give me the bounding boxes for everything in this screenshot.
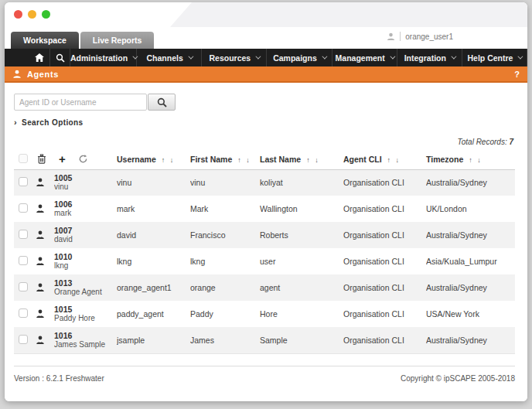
sort-asc-icon[interactable]: ↑ <box>306 156 312 164</box>
chevron-right-icon: › <box>14 118 17 127</box>
cell-username: vinu <box>117 169 190 196</box>
cell-timezone: USA/New York <box>426 301 515 327</box>
cell-agent-cli: Organisation CLI <box>343 274 426 301</box>
nav-menu-item[interactable]: Administration <box>70 49 136 66</box>
nav-menu-item[interactable]: Resources <box>201 49 266 66</box>
column-header[interactable]: First Name↑ ↓ <box>190 149 260 169</box>
cell-timezone: Australia/Sydney <box>426 222 515 248</box>
column-header[interactable]: Agent CLI↑ ↓ <box>343 149 426 169</box>
window-titlebar <box>5 2 527 27</box>
sort-desc-icon[interactable]: ↓ <box>315 156 320 164</box>
cell-last-name: Sample <box>260 327 343 353</box>
agent-display-name: lkng <box>54 261 114 271</box>
agent-id: 1013 <box>54 278 114 288</box>
username-label: orange_user1 <box>405 32 453 41</box>
agent-row[interactable]: 1010 lkng lkng lkng user Organisation CL… <box>14 248 515 274</box>
agent-row[interactable]: 1013 Orange Agent orange_agent1 orange a… <box>14 274 515 301</box>
cell-username: david <box>117 222 190 248</box>
refresh-icon[interactable] <box>78 154 88 164</box>
minimize-window-icon[interactable] <box>28 10 36 19</box>
zoom-window-icon[interactable] <box>42 10 50 19</box>
column-header[interactable]: Username↑ ↓ <box>117 149 190 169</box>
agent-icon[interactable] <box>36 283 51 292</box>
total-records: Total Records: 7 <box>14 138 515 146</box>
agent-icon[interactable] <box>36 309 51 319</box>
search-icon[interactable] <box>49 49 70 66</box>
agent-icon[interactable] <box>36 230 51 240</box>
nav-menu-item[interactable]: Help Centre <box>462 49 527 66</box>
agent-row[interactable]: 1006 mark mark Mark Wallington Organisat… <box>14 196 515 222</box>
column-header[interactable]: Timezone↑ ↓ <box>426 149 515 169</box>
cell-first-name: lkng <box>190 248 260 274</box>
agent-icon[interactable] <box>36 178 51 187</box>
search-options-label: Search Options <box>22 118 84 127</box>
nav-menu-item[interactable]: Integration <box>397 49 462 66</box>
agent-id: 1015 <box>54 305 114 314</box>
chevron-down-icon <box>518 54 523 60</box>
app-tabs: Workspace Live Reports <box>11 32 155 49</box>
agent-id: 1010 <box>54 252 114 261</box>
sort-asc-icon[interactable]: ↑ <box>162 156 167 164</box>
cell-username: lkng <box>117 248 190 274</box>
user-icon <box>387 32 395 41</box>
nav-menu-item[interactable]: Campaigns <box>266 49 331 66</box>
agent-icon[interactable] <box>36 204 51 213</box>
table-bottom-border <box>14 353 515 354</box>
cell-last-name: Wallington <box>260 196 343 222</box>
delete-icon[interactable] <box>37 154 46 164</box>
chevron-down-icon <box>390 54 395 60</box>
tab-live-reports[interactable]: Live Reports <box>80 32 155 49</box>
row-checkbox[interactable] <box>19 282 28 291</box>
tab-workspace[interactable]: Workspace <box>11 32 79 49</box>
column-header[interactable]: Last Name↑ ↓ <box>260 149 343 169</box>
search-options-toggle[interactable]: › Search Options <box>14 118 515 127</box>
cell-last-name: Roberts <box>260 222 343 248</box>
row-checkbox[interactable] <box>19 308 28 318</box>
cell-agent-cli: Organisation CLI <box>343 248 426 274</box>
agent-row[interactable]: 1016 James Sample jsample James Sample O… <box>14 327 515 353</box>
nav-menu-item[interactable]: Channels <box>136 49 201 66</box>
cell-timezone: Australia/Sydney <box>426 327 515 353</box>
add-agent-icon[interactable]: + <box>59 155 66 163</box>
select-all-checkbox[interactable] <box>19 154 28 163</box>
sort-asc-icon[interactable]: ↑ <box>237 156 243 164</box>
cell-agent-cli: Organisation CLI <box>343 169 426 196</box>
browser-window: Workspace Live Reports orange_user1 <box>5 2 527 401</box>
agent-display-name: James Sample <box>54 340 114 349</box>
row-checkbox[interactable] <box>19 256 28 265</box>
sort-desc-icon[interactable]: ↓ <box>477 156 483 164</box>
browser-tab-shade <box>170 2 527 27</box>
cell-first-name: Mark <box>190 196 260 222</box>
sort-desc-icon[interactable]: ↓ <box>246 156 251 164</box>
search-button[interactable] <box>148 94 176 111</box>
agent-row[interactable]: 1007 david david Francisco Roberts Organ… <box>14 222 515 248</box>
sort-desc-icon[interactable]: ↓ <box>170 156 176 164</box>
table-header-row: + Username↑ ↓ First Name↑ ↓ <box>14 149 515 169</box>
help-icon[interactable]: ? <box>514 70 520 79</box>
row-checkbox[interactable] <box>19 177 28 186</box>
home-icon[interactable] <box>29 49 49 66</box>
sort-asc-icon[interactable]: ↑ <box>469 156 474 164</box>
agent-row[interactable]: 1005 vinu vinu vinu koliyat Organisation… <box>14 169 515 196</box>
divider <box>400 32 401 41</box>
agent-id: 1016 <box>54 331 114 340</box>
sort-asc-icon[interactable]: ↑ <box>387 156 393 164</box>
copyright-label: Copyright © ipSCAPE 2005-2018 <box>401 374 515 401</box>
nav-menu-item[interactable]: Management <box>332 49 397 66</box>
close-window-icon[interactable] <box>14 10 22 19</box>
agent-icon[interactable] <box>36 336 51 345</box>
tab-label: Live Reports <box>93 36 142 45</box>
row-checkbox[interactable] <box>19 203 28 213</box>
agent-row[interactable]: 1015 Paddy Hore paddy_agent Paddy Hore O… <box>14 301 515 327</box>
logged-in-user[interactable]: orange_user1 <box>387 32 453 41</box>
row-checkbox[interactable] <box>19 230 28 239</box>
agent-icon[interactable] <box>36 257 51 266</box>
sort-desc-icon[interactable]: ↓ <box>396 156 401 164</box>
cell-last-name: agent <box>260 274 343 301</box>
search-input[interactable] <box>14 94 147 111</box>
chevron-down-icon <box>256 54 261 60</box>
agents-icon <box>12 70 22 79</box>
cell-agent-cli: Organisation CLI <box>343 222 426 248</box>
magnifier-icon <box>157 97 167 107</box>
row-checkbox[interactable] <box>19 335 28 344</box>
